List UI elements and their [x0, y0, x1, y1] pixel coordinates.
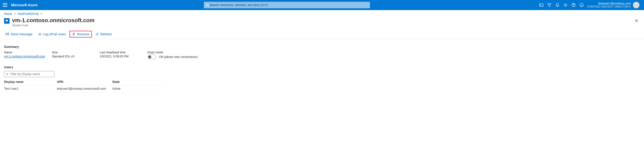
notifications-icon[interactable]: [555, 3, 560, 7]
account-menu[interactable]: testuser1@contoso.com CONTOSO (DEFAULT D…: [587, 2, 639, 8]
summary-grid: Name Size Last heartbeat time Drain mode…: [4, 51, 640, 59]
heartbeat-label: Last heartbeat time: [100, 51, 147, 54]
help-icon[interactable]: [571, 3, 576, 7]
size-value: Standard D2s v3: [52, 55, 100, 59]
svg-rect-10: [6, 22, 7, 22]
search-box[interactable]: [204, 2, 370, 8]
svg-point-6: [565, 5, 566, 6]
filter-box[interactable]: [4, 71, 54, 77]
account-directory: CONTOSO (DEFAULT DIRECTORY): [587, 5, 631, 8]
svg-line-16: [8, 75, 8, 75]
global-header: Microsoft Azure testuser1@contoso.com CO…: [0, 0, 644, 10]
name-label: Name: [4, 51, 52, 54]
svg-rect-5: [539, 4, 543, 6]
account-email: testuser1@contoso.com: [598, 2, 631, 5]
log-off-label: Log off all users: [43, 32, 66, 36]
table-row: Test User1 testuser1@contoso.onmicrosoft…: [4, 85, 165, 92]
command-bar: Send message Log off all users Remove Re…: [0, 30, 644, 39]
drain-toggle-label: Off (allows new connections): [159, 55, 198, 59]
col-display: Display name: [4, 80, 57, 84]
heartbeat-value: 1/5/2021, 5:59:00 PM: [100, 55, 147, 59]
users-table: Display name UPN State Test User1 testus…: [4, 79, 165, 92]
size-label: Size: [52, 51, 100, 54]
avatar-icon: [633, 2, 639, 8]
menu-button[interactable]: [2, 2, 8, 8]
brand-label: Microsoft Azure: [11, 3, 37, 7]
col-state: State: [112, 80, 165, 84]
remove-button[interactable]: Remove: [69, 31, 92, 38]
svg-point-8: [580, 3, 583, 7]
svg-point-3: [207, 4, 209, 6]
drain-toggle[interactable]: Off (allows new connections): [147, 55, 640, 59]
summary-title: Summary: [4, 45, 640, 49]
refresh-button[interactable]: Refresh: [93, 31, 114, 37]
send-message-label: Send message: [11, 32, 32, 36]
drain-label: Drain mode: [147, 51, 640, 54]
filter-input[interactable]: [10, 72, 53, 76]
settings-icon[interactable]: [563, 3, 568, 7]
remove-label: Remove: [77, 32, 89, 36]
col-upn: UPN: [57, 80, 112, 84]
directory-filter-icon[interactable]: [547, 3, 552, 7]
users-title: Users: [4, 65, 640, 69]
cloud-shell-icon[interactable]: [539, 3, 544, 7]
svg-line-4: [208, 6, 209, 7]
close-button[interactable]: [633, 17, 640, 24]
breadcrumb: Home > hostPool928-hp >: [0, 10, 644, 16]
send-message-button[interactable]: Send message: [4, 31, 34, 37]
breadcrumb-hostpool[interactable]: hostPool928-hp: [18, 12, 39, 16]
cell-display: Test User1: [4, 87, 57, 90]
search-input[interactable]: [209, 3, 368, 7]
breadcrumb-home[interactable]: Home: [4, 12, 12, 16]
cell-state: Active: [112, 87, 165, 90]
svg-point-14: [39, 34, 40, 35]
page-title: vm-1.contoso.onmicrosoft.com: [12, 17, 95, 24]
page-subtitle: Session host: [12, 24, 95, 27]
svg-rect-9: [6, 20, 8, 22]
resource-header: vm-1.contoso.onmicrosoft.com Session hos…: [0, 16, 644, 30]
svg-point-15: [6, 73, 8, 75]
log-off-button[interactable]: Log off all users: [36, 31, 68, 37]
name-value-link[interactable]: vm-1.contoso.onmicrosoft.com: [4, 55, 52, 59]
refresh-label: Refresh: [100, 32, 112, 36]
resource-icon: [4, 18, 10, 24]
feedback-icon[interactable]: [579, 3, 584, 7]
cell-upn: testuser1@contoso.onmicrosoft.com: [57, 87, 112, 90]
